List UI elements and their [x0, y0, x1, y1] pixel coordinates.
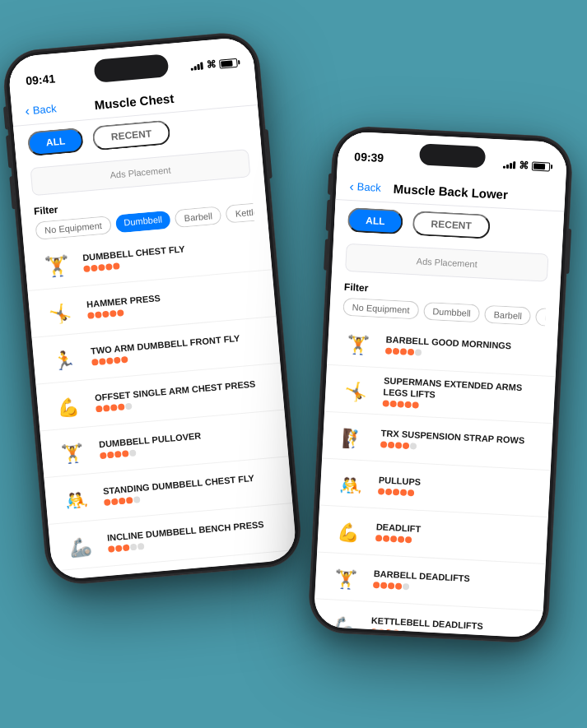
- exercise-info: KETTLEBELL DEADLIFTS: [370, 615, 529, 638]
- svg-text:🦾: 🦾: [68, 536, 93, 559]
- exercise-list: 🏋 DUMBBELL CHEST FLY 🤸: [24, 223, 298, 580]
- tab-all[interactable]: ALL: [27, 128, 85, 157]
- exercise-info: STANDING DUMBBELL CHEST FLY: [103, 471, 278, 507]
- exercise-info: OFFSET SINGLE ARM CHEST PRESS: [95, 378, 270, 413]
- page-title-2: Muscle Back Lower: [393, 182, 508, 202]
- chip-kettlebell[interactable]: Kettleb: [226, 203, 254, 224]
- svg-text:🏋: 🏋: [347, 333, 370, 356]
- chip-dumbbell-2[interactable]: Dumbbell: [423, 302, 481, 323]
- tab-recent[interactable]: RECENT: [92, 119, 171, 151]
- status-time-2: 09:39: [354, 150, 384, 165]
- back-button[interactable]: ‹ Back: [25, 102, 57, 118]
- chip-barbell[interactable]: Barbell: [175, 206, 222, 228]
- silent-switch-2: [328, 174, 332, 195]
- svg-text:💪: 💪: [56, 395, 81, 419]
- exercise-thumbnail: 🏋: [66, 574, 105, 581]
- back-chevron-icon-2: ‹: [349, 179, 354, 192]
- exercise-info: SUPERMANS EXTENDED ARMS LEGS LIFTS: [383, 376, 543, 415]
- exercise-info: BARBELL GOOD MORNINGS: [385, 334, 544, 362]
- tab-recent-2[interactable]: RECENT: [412, 211, 491, 239]
- silent-switch: [3, 106, 8, 129]
- volume-up-button: [6, 135, 12, 168]
- status-icons-2: ⌘: [503, 159, 551, 173]
- phone2-screen: 09:39 ⌘ ‹ Ba: [313, 131, 567, 638]
- volume-up-button-2: [326, 200, 331, 231]
- signal-icon: [190, 62, 203, 71]
- chip-no-equipment[interactable]: No Equipment: [35, 216, 111, 240]
- exercise-list-2: 🏋 BARBELL GOOD MORNINGS 🤸 SUPERMANS: [313, 318, 557, 638]
- wifi-icon: ⌘: [206, 58, 217, 71]
- back-button-2[interactable]: ‹ Back: [349, 179, 381, 194]
- dynamic-island-2: [419, 143, 486, 168]
- exercise-thumbnail: 🏋: [341, 326, 379, 360]
- page-title: Muscle Chest: [94, 91, 175, 112]
- exercise-thumbnail: 🦾: [62, 527, 100, 563]
- exercise-info: HAMMER PRESS: [86, 284, 262, 319]
- exercise-thumbnail: 🏃: [45, 341, 84, 377]
- svg-text:🧗: 🧗: [342, 427, 366, 450]
- svg-text:🦾: 🦾: [332, 614, 356, 638]
- signal-icon-2: [503, 160, 516, 169]
- phone1-content: 09:41 ⌘ ‹ Ba: [7, 36, 297, 581]
- phone1-screen: 09:41 ⌘ ‹ Ba: [7, 36, 297, 581]
- exercise-thumbnail: 💪: [331, 512, 369, 547]
- status-icons: ⌘: [190, 57, 238, 72]
- exercise-info: PULLUPS: [378, 475, 537, 503]
- svg-text:🤼: 🤼: [64, 489, 89, 512]
- volume-down-button: [9, 176, 15, 209]
- battery-icon: [219, 58, 238, 68]
- status-time: 09:41: [26, 72, 56, 87]
- volume-down-button-2: [324, 239, 328, 270]
- svg-text:🤼: 🤼: [339, 474, 363, 497]
- exercise-info: DUMBBELL CHEST FLY: [82, 238, 258, 273]
- back-chevron-icon: ‹: [25, 104, 30, 118]
- phone-muscle-chest: 09:41 ⌘ ‹ Ba: [2, 31, 302, 587]
- phone2-content: 09:39 ⌘ ‹ Ba: [313, 131, 567, 638]
- exercise-thumbnail: 💪: [49, 387, 88, 423]
- svg-text:🏋: 🏋: [334, 568, 358, 591]
- exercise-thumbnail: 🧗: [336, 419, 374, 453]
- svg-text:🤸: 🤸: [48, 302, 72, 326]
- power-button-2: [566, 229, 571, 274]
- wifi-icon-2: ⌘: [519, 160, 529, 172]
- svg-text:🏋: 🏋: [44, 253, 70, 280]
- exercise-info: ALTERNATE DUMBBELL FRONT FLY: [111, 564, 287, 581]
- exercise-name: ALTERNATE DUMBBELL FRONT FLY: [111, 564, 286, 581]
- tab-all-2[interactable]: ALL: [347, 207, 404, 234]
- exercise-thumbnail: 🤸: [41, 294, 80, 330]
- phone-muscle-back-lower: 09:39 ⌘ ‹ Ba: [308, 126, 573, 643]
- exercise-thumbnail: 🏋: [328, 559, 366, 594]
- chip-barbell-2[interactable]: Barbell: [484, 305, 531, 326]
- power-button: [265, 129, 273, 179]
- exercise-thumbnail: 🏋: [37, 247, 76, 283]
- exercise-info: INCLINE DUMBBELL BENCH PRESS: [107, 517, 282, 553]
- back-label: Back: [32, 102, 57, 116]
- svg-text:🏃: 🏃: [52, 348, 77, 372]
- exercise-info: DUMBBELL PULLOVER: [99, 424, 274, 460]
- ads-placement-2: Ads Placement: [345, 243, 548, 282]
- svg-text:💪: 💪: [337, 521, 361, 544]
- chip-kettlebell-2[interactable]: Kettleb: [535, 308, 546, 327]
- svg-text:🏋: 🏋: [60, 442, 85, 466]
- exercise-thumbnail: 🤼: [58, 480, 96, 517]
- exercise-thumbnail: 🦾: [326, 606, 364, 638]
- exercise-thumbnail: 🤼: [333, 466, 371, 500]
- exercise-info: DEADLIFT: [375, 522, 534, 549]
- battery-icon-2: [532, 161, 551, 171]
- chip-dumbbell[interactable]: Dumbbell: [115, 211, 171, 234]
- exercise-thumbnail: 🏋: [54, 434, 92, 470]
- svg-text:🤸: 🤸: [344, 380, 368, 403]
- exercise-name: KETTLEBELL DEADLIFTS: [371, 615, 529, 634]
- exercise-info: BARBELL DEADLIFTS: [373, 568, 532, 596]
- chip-no-equipment-2[interactable]: No Equipment: [342, 298, 419, 320]
- star-rating: [112, 577, 287, 581]
- exercise-info: TRX SUSPENSION STRAP ROWS: [380, 428, 539, 456]
- exercise-thumbnail: 🤸: [338, 373, 376, 407]
- exercise-info: TWO ARM DUMBBELL FRONT FLY: [91, 331, 266, 366]
- back-label-2: Back: [356, 180, 381, 193]
